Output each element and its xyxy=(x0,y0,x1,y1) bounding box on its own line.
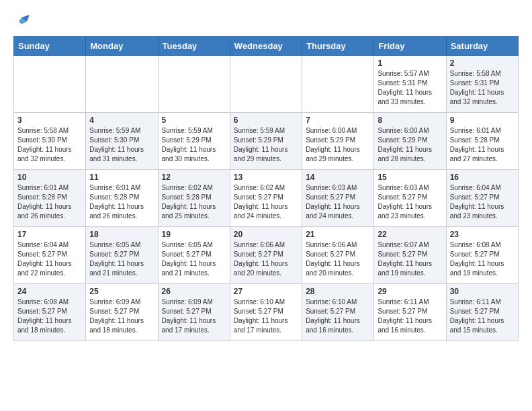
day-cell: 28Sunrise: 6:10 AM Sunset: 5:27 PM Dayli… xyxy=(302,284,374,341)
day-cell: 27Sunrise: 6:10 AM Sunset: 5:27 PM Dayli… xyxy=(230,284,302,341)
day-cell: 29Sunrise: 6:11 AM Sunset: 5:27 PM Dayli… xyxy=(374,284,446,341)
day-cell: 30Sunrise: 6:11 AM Sunset: 5:27 PM Dayli… xyxy=(446,284,518,341)
week-row-1: 1Sunrise: 5:57 AM Sunset: 5:31 PM Daylig… xyxy=(14,56,519,113)
day-number: 3 xyxy=(17,116,82,125)
day-info: Sunrise: 6:08 AM Sunset: 5:27 PM Dayligh… xyxy=(450,240,515,278)
col-header-sunday: Sunday xyxy=(14,37,86,56)
day-info: Sunrise: 5:58 AM Sunset: 5:30 PM Dayligh… xyxy=(17,126,82,164)
day-cell: 4Sunrise: 5:59 AM Sunset: 5:30 PM Daylig… xyxy=(86,113,158,170)
col-header-monday: Monday xyxy=(86,37,158,56)
day-number: 17 xyxy=(17,230,82,239)
col-header-thursday: Thursday xyxy=(302,37,374,56)
week-row-2: 3Sunrise: 5:58 AM Sunset: 5:30 PM Daylig… xyxy=(14,113,519,170)
day-info: Sunrise: 6:09 AM Sunset: 5:27 PM Dayligh… xyxy=(89,298,154,335)
day-cell: 7Sunrise: 6:00 AM Sunset: 5:29 PM Daylig… xyxy=(302,113,374,170)
day-cell: 22Sunrise: 6:07 AM Sunset: 5:27 PM Dayli… xyxy=(374,227,446,284)
day-number: 11 xyxy=(89,173,154,182)
day-number: 30 xyxy=(450,287,515,296)
day-number: 1 xyxy=(378,58,442,68)
day-number: 29 xyxy=(378,287,442,296)
day-cell xyxy=(230,56,302,113)
day-info: Sunrise: 6:03 AM Sunset: 5:27 PM Dayligh… xyxy=(306,183,370,221)
day-cell: 2Sunrise: 5:58 AM Sunset: 5:31 PM Daylig… xyxy=(446,56,518,113)
day-cell: 25Sunrise: 6:09 AM Sunset: 5:27 PM Dayli… xyxy=(86,284,158,341)
day-number: 13 xyxy=(234,173,298,182)
day-info: Sunrise: 6:02 AM Sunset: 5:27 PM Dayligh… xyxy=(234,183,298,221)
day-cell: 20Sunrise: 6:06 AM Sunset: 5:27 PM Dayli… xyxy=(230,227,302,284)
day-info: Sunrise: 6:01 AM Sunset: 5:28 PM Dayligh… xyxy=(17,183,82,221)
day-info: Sunrise: 5:57 AM Sunset: 5:31 PM Dayligh… xyxy=(378,69,442,107)
day-number: 12 xyxy=(162,173,226,182)
day-number: 23 xyxy=(450,230,515,239)
day-info: Sunrise: 6:11 AM Sunset: 5:27 PM Dayligh… xyxy=(450,298,515,335)
day-cell: 1Sunrise: 5:57 AM Sunset: 5:31 PM Daylig… xyxy=(374,56,446,113)
day-cell: 9Sunrise: 6:01 AM Sunset: 5:28 PM Daylig… xyxy=(446,113,518,170)
day-number: 7 xyxy=(306,116,370,125)
day-cell: 21Sunrise: 6:06 AM Sunset: 5:27 PM Dayli… xyxy=(302,227,374,284)
week-row-5: 24Sunrise: 6:08 AM Sunset: 5:27 PM Dayli… xyxy=(14,284,519,341)
day-cell: 23Sunrise: 6:08 AM Sunset: 5:27 PM Dayli… xyxy=(446,227,518,284)
day-info: Sunrise: 5:59 AM Sunset: 5:30 PM Dayligh… xyxy=(89,126,154,164)
day-cell: 26Sunrise: 6:09 AM Sunset: 5:27 PM Dayli… xyxy=(158,284,230,341)
col-header-saturday: Saturday xyxy=(446,37,518,56)
day-info: Sunrise: 6:00 AM Sunset: 5:29 PM Dayligh… xyxy=(378,126,442,164)
day-cell: 13Sunrise: 6:02 AM Sunset: 5:27 PM Dayli… xyxy=(230,170,302,227)
day-info: Sunrise: 6:03 AM Sunset: 5:27 PM Dayligh… xyxy=(378,183,442,221)
day-info: Sunrise: 5:58 AM Sunset: 5:31 PM Dayligh… xyxy=(450,69,515,107)
day-number: 2 xyxy=(450,58,515,68)
day-cell: 19Sunrise: 6:05 AM Sunset: 5:27 PM Dayli… xyxy=(158,227,230,284)
day-info: Sunrise: 6:05 AM Sunset: 5:27 PM Dayligh… xyxy=(162,240,226,278)
calendar-table: SundayMondayTuesdayWednesdayThursdayFrid… xyxy=(13,36,519,341)
day-number: 25 xyxy=(89,287,154,296)
day-cell xyxy=(302,56,374,113)
day-cell: 8Sunrise: 6:00 AM Sunset: 5:29 PM Daylig… xyxy=(374,113,446,170)
day-info: Sunrise: 5:59 AM Sunset: 5:29 PM Dayligh… xyxy=(234,126,298,164)
day-number: 20 xyxy=(234,230,298,239)
col-header-tuesday: Tuesday xyxy=(158,37,230,56)
day-number: 26 xyxy=(162,287,226,296)
day-cell: 6Sunrise: 5:59 AM Sunset: 5:29 PM Daylig… xyxy=(230,113,302,170)
day-number: 10 xyxy=(17,173,82,182)
day-cell xyxy=(86,56,158,113)
day-info: Sunrise: 6:10 AM Sunset: 5:27 PM Dayligh… xyxy=(234,298,298,335)
day-info: Sunrise: 6:06 AM Sunset: 5:27 PM Dayligh… xyxy=(306,240,370,278)
day-info: Sunrise: 6:04 AM Sunset: 5:27 PM Dayligh… xyxy=(17,240,82,278)
day-cell: 12Sunrise: 6:02 AM Sunset: 5:28 PM Dayli… xyxy=(158,170,230,227)
day-info: Sunrise: 6:05 AM Sunset: 5:27 PM Dayligh… xyxy=(89,240,154,278)
day-info: Sunrise: 6:00 AM Sunset: 5:29 PM Dayligh… xyxy=(306,126,370,164)
day-number: 18 xyxy=(89,230,154,239)
day-cell: 18Sunrise: 6:05 AM Sunset: 5:27 PM Dayli… xyxy=(86,227,158,284)
day-cell: 3Sunrise: 5:58 AM Sunset: 5:30 PM Daylig… xyxy=(14,113,86,170)
day-info: Sunrise: 6:10 AM Sunset: 5:27 PM Dayligh… xyxy=(306,298,370,335)
day-cell xyxy=(158,56,230,113)
day-cell: 24Sunrise: 6:08 AM Sunset: 5:27 PM Dayli… xyxy=(14,284,86,341)
day-cell: 17Sunrise: 6:04 AM Sunset: 5:27 PM Dayli… xyxy=(14,227,86,284)
logo xyxy=(13,13,32,30)
day-cell: 14Sunrise: 6:03 AM Sunset: 5:27 PM Dayli… xyxy=(302,170,374,227)
day-info: Sunrise: 6:01 AM Sunset: 5:28 PM Dayligh… xyxy=(450,126,515,164)
logo-bird-icon xyxy=(16,13,32,30)
day-cell: 11Sunrise: 6:01 AM Sunset: 5:28 PM Dayli… xyxy=(86,170,158,227)
day-number: 22 xyxy=(378,230,442,239)
day-info: Sunrise: 6:11 AM Sunset: 5:27 PM Dayligh… xyxy=(378,298,442,335)
day-number: 15 xyxy=(378,173,442,182)
day-info: Sunrise: 6:02 AM Sunset: 5:28 PM Dayligh… xyxy=(162,183,226,221)
day-cell: 5Sunrise: 5:59 AM Sunset: 5:29 PM Daylig… xyxy=(158,113,230,170)
day-info: Sunrise: 6:01 AM Sunset: 5:28 PM Dayligh… xyxy=(89,183,154,221)
day-number: 16 xyxy=(450,173,515,182)
day-cell: 10Sunrise: 6:01 AM Sunset: 5:28 PM Dayli… xyxy=(14,170,86,227)
col-header-wednesday: Wednesday xyxy=(230,37,302,56)
day-number: 5 xyxy=(162,116,226,125)
page-header xyxy=(13,13,519,30)
day-number: 9 xyxy=(450,116,515,125)
day-number: 14 xyxy=(306,173,370,182)
day-info: Sunrise: 6:04 AM Sunset: 5:27 PM Dayligh… xyxy=(450,183,515,221)
day-info: Sunrise: 6:09 AM Sunset: 5:27 PM Dayligh… xyxy=(162,298,226,335)
day-cell: 15Sunrise: 6:03 AM Sunset: 5:27 PM Dayli… xyxy=(374,170,446,227)
day-cell xyxy=(14,56,86,113)
day-number: 28 xyxy=(306,287,370,296)
day-info: Sunrise: 6:08 AM Sunset: 5:27 PM Dayligh… xyxy=(17,298,82,335)
day-info: Sunrise: 6:06 AM Sunset: 5:27 PM Dayligh… xyxy=(234,240,298,278)
calendar-header-row: SundayMondayTuesdayWednesdayThursdayFrid… xyxy=(14,37,519,56)
day-number: 24 xyxy=(17,287,82,296)
